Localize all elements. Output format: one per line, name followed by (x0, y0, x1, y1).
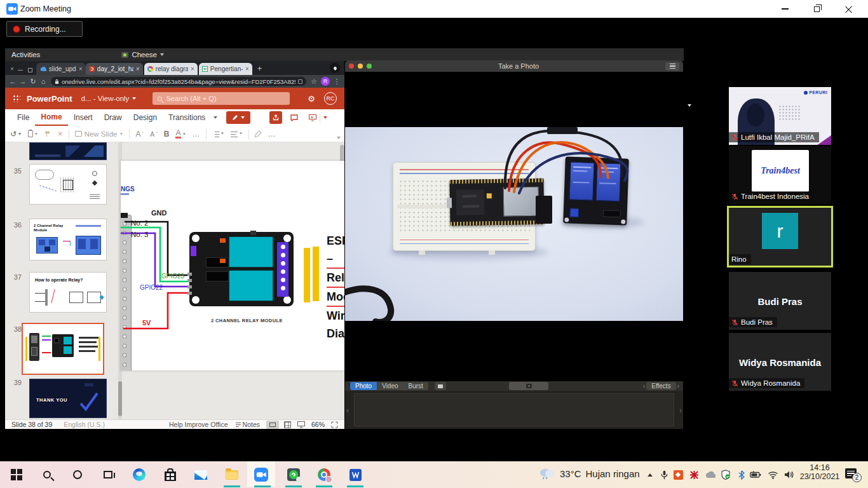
share-button[interactable] (269, 111, 282, 124)
tab-powerpoint-active[interactable]: day_2_iot_hardw× (86, 63, 143, 75)
slide-canvas[interactable]: NGS GND No. 2 No. 3 GPIO23 GPIO22 5V (121, 161, 344, 370)
recording-indicator[interactable]: Recording... (6, 21, 83, 37)
video-mode-button[interactable]: Video (377, 382, 403, 390)
paste-button[interactable] (28, 130, 38, 137)
mail-icon[interactable] (191, 464, 211, 485)
tray-security-shield-icon[interactable] (720, 469, 731, 480)
participant-tile-lutfi[interactable]: PERURI Lutfi Ikbal Majid_PRifA (729, 87, 831, 145)
browser-menu-icon[interactable]: ⋮ (332, 78, 342, 86)
bullets-button[interactable] (212, 130, 224, 137)
tab-transitions[interactable]: Transitions (163, 109, 211, 126)
shrink-font-button[interactable]: Aˇ (150, 130, 158, 138)
tab-file[interactable]: File (11, 109, 35, 126)
grid-view-button[interactable] (284, 421, 291, 428)
strip-next-icon[interactable]: › (679, 406, 682, 415)
effects-next-icon[interactable]: › (677, 383, 679, 390)
cheese-titlebar[interactable]: Take a Photo (345, 60, 683, 72)
zoom-level[interactable]: 66% (311, 421, 325, 428)
notification-center-icon[interactable]: 2 (845, 468, 857, 478)
ppt-search-box[interactable]: Search (Alt + Q) (153, 92, 290, 105)
cheese-close-icon[interactable] (349, 64, 354, 69)
notes-button[interactable]: Notes (236, 421, 260, 428)
taskbar-clock[interactable]: 14:16 23/10/2021 (796, 463, 844, 481)
close-button[interactable] (834, 0, 863, 18)
ppt-doc-label[interactable]: d... - View-only (81, 95, 130, 102)
new-tab-button[interactable]: + (257, 64, 262, 73)
tab-design[interactable]: Design (128, 109, 163, 126)
photo-mode-button[interactable]: Photo (350, 382, 377, 390)
back-icon[interactable]: ← (8, 78, 18, 85)
file-explorer-icon[interactable] (222, 464, 242, 485)
strip-prev-icon[interactable]: ‹ (346, 406, 349, 415)
tab-close-icon[interactable]: × (136, 65, 140, 72)
url-bar[interactable]: onedrive.live.com/edit.aspx?cid=fd2f0f25… (51, 77, 306, 86)
cheese-maximize-icon[interactable] (367, 64, 372, 69)
tab-slide-update[interactable]: slide_update_31_× (36, 63, 86, 75)
toolbar-overflow[interactable]: … (268, 130, 276, 139)
language-indicator[interactable]: English (U.S.) (64, 421, 105, 428)
browser-minimize-icon[interactable] (18, 70, 23, 71)
tray-onedrive-icon[interactable] (704, 469, 715, 480)
designer-button[interactable] (255, 130, 262, 137)
minimize-button[interactable] (770, 0, 799, 18)
font-color-button[interactable]: A (175, 130, 186, 139)
ribbon-collapse-chevron[interactable] (337, 137, 341, 139)
comments-button[interactable] (287, 111, 301, 124)
tray-bluetooth-icon[interactable] (736, 469, 747, 480)
tray-mic-icon[interactable] (658, 469, 670, 480)
help-improve[interactable]: Help Improve Office (169, 421, 228, 428)
slide-thumbnail-37[interactable]: How to operate Relay? (29, 272, 107, 313)
slide-thumbnail-39[interactable]: THANK YOU (29, 379, 107, 418)
fit-slide-button[interactable] (331, 421, 338, 428)
app-launcher-icon[interactable] (13, 95, 20, 102)
bookmark-star-icon[interactable]: ☆ (309, 78, 319, 86)
thumbnail-scrollbar-thumb[interactable] (118, 381, 122, 416)
tray-orange-app-icon[interactable] (672, 469, 684, 480)
photo-strip-empty[interactable] (354, 393, 674, 426)
align-button[interactable] (231, 130, 243, 137)
browser-profile-avatar[interactable]: R (321, 77, 330, 86)
format-painter-button[interactable] (44, 130, 51, 137)
activities-button[interactable]: Activities (5, 48, 46, 61)
task-view-icon[interactable] (98, 464, 118, 485)
tray-wifi-icon[interactable] (767, 469, 778, 480)
tab-insert[interactable]: Insert (68, 109, 98, 126)
slide-thumbnail-36[interactable]: 2 Channel Relay Module (29, 219, 107, 261)
camera-switch-button[interactable] (435, 382, 446, 390)
undo-button[interactable]: ↺ (10, 130, 22, 139)
slide-thumbnail-35[interactable] (29, 164, 107, 205)
browser-close-icon[interactable]: × (10, 65, 14, 72)
search-icon[interactable] (37, 464, 57, 485)
cortana-icon[interactable] (67, 464, 88, 485)
tray-battery-icon[interactable] (750, 469, 761, 480)
forward-icon[interactable]: → (18, 78, 28, 85)
tray-expand-chevron[interactable] (644, 469, 656, 480)
edge-icon[interactable] (129, 464, 149, 485)
new-slide-button[interactable]: New Slide (75, 130, 124, 138)
account-avatar[interactable]: RC (324, 92, 337, 105)
participant-tile-budi[interactable]: Budi Pras Budi Pras (729, 272, 831, 330)
whatsapp-icon[interactable] (283, 464, 304, 485)
tab-pengertian-relay[interactable]: Pengertian-Relay× (199, 63, 252, 75)
ribbon-more-chevron[interactable] (214, 116, 217, 119)
tray-red-app-icon[interactable] (688, 469, 700, 480)
expand-icon[interactable] (298, 79, 302, 84)
home-icon[interactable]: ⌂ (38, 78, 48, 85)
bold-button[interactable]: B (164, 130, 170, 139)
participant-tile-widya[interactable]: Widya Rosmanida Widya Rosmanida (729, 333, 831, 391)
tab-search-button[interactable] (330, 63, 340, 73)
tab-relay-diagram[interactable]: relay diagram - G× (144, 63, 198, 75)
word-icon[interactable] (345, 464, 365, 485)
tab-draw[interactable]: Draw (98, 109, 128, 126)
browser-restore-icon[interactable] (28, 68, 32, 72)
font-overflow-menu[interactable]: … (193, 130, 200, 139)
tab-close-icon[interactable]: × (191, 65, 194, 72)
store-icon[interactable] (160, 464, 180, 485)
tray-volume-icon[interactable] (783, 469, 795, 480)
shutter-button[interactable] (509, 382, 548, 390)
normal-view-button[interactable] (266, 421, 279, 429)
slideshow-view-button[interactable] (297, 421, 305, 428)
present-dropdown[interactable] (323, 116, 327, 119)
zoom-taskbar-icon[interactable] (251, 464, 271, 485)
cheese-minimize-icon[interactable] (358, 64, 363, 69)
